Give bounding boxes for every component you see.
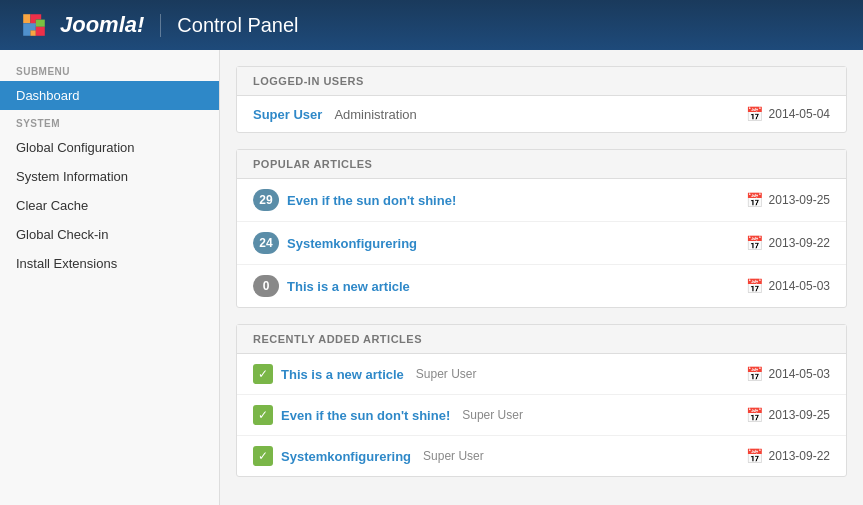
calendar-icon: 📅 <box>747 106 763 122</box>
calendar-icon: 📅 <box>747 448 763 464</box>
sidebar: SUBMENU Dashboard SYSTEM Global Configur… <box>0 50 220 505</box>
popular-articles-header: POPULAR ARTICLES <box>237 150 846 179</box>
logo-area: Joomla! <box>16 7 144 43</box>
table-row: 0 This is a new article 📅 2014-05-03 <box>237 265 846 307</box>
main-content: LOGGED-IN USERS Super User Administratio… <box>220 50 863 505</box>
article-date-value: 2013-09-25 <box>769 408 830 422</box>
article-link[interactable]: This is a new article <box>281 367 404 382</box>
article-author: Super User <box>423 449 484 463</box>
article-date-value: 2013-09-22 <box>769 236 830 250</box>
user-name[interactable]: Super User <box>253 107 322 122</box>
logged-in-users-header: LOGGED-IN USERS <box>237 67 846 96</box>
article-info: 29 Even if the sun don't shine! <box>253 189 456 211</box>
check-icon: ✓ <box>253 446 273 466</box>
user-info: Super User Administration <box>253 107 417 122</box>
article-date: 📅 2014-05-03 <box>747 278 830 294</box>
article-link[interactable]: Even if the sun don't shine! <box>281 408 450 423</box>
article-count-badge: 24 <box>253 232 279 254</box>
recently-added-header: RECENTLY ADDED ARTICLES <box>237 325 846 354</box>
system-label: SYSTEM <box>0 110 219 133</box>
article-count-badge: 29 <box>253 189 279 211</box>
sidebar-item-clear-cache[interactable]: Clear Cache <box>0 191 219 220</box>
article-info: ✓ Systemkonfigurering Super User <box>253 446 484 466</box>
popular-articles-panel: POPULAR ARTICLES 29 Even if the sun don'… <box>236 149 847 308</box>
article-info: ✓ Even if the sun don't shine! Super Use… <box>253 405 523 425</box>
calendar-icon: 📅 <box>747 366 763 382</box>
recently-added-panel: RECENTLY ADDED ARTICLES ✓ This is a new … <box>236 324 847 477</box>
article-info: 24 Systemkonfigurering <box>253 232 417 254</box>
sidebar-item-global-configuration[interactable]: Global Configuration <box>0 133 219 162</box>
table-row: 29 Even if the sun don't shine! 📅 2013-0… <box>237 179 846 222</box>
sidebar-item-system-information[interactable]: System Information <box>0 162 219 191</box>
calendar-icon: 📅 <box>747 407 763 423</box>
main-layout: SUBMENU Dashboard SYSTEM Global Configur… <box>0 50 863 505</box>
submenu-label: SUBMENU <box>0 58 219 81</box>
check-icon: ✓ <box>253 405 273 425</box>
header: Joomla! Control Panel <box>0 0 863 50</box>
calendar-icon: 📅 <box>747 192 763 208</box>
article-date-value: 2013-09-25 <box>769 193 830 207</box>
user-date: 📅 2014-05-04 <box>747 106 830 122</box>
logged-in-users-panel: LOGGED-IN USERS Super User Administratio… <box>236 66 847 133</box>
article-link[interactable]: This is a new article <box>287 279 410 294</box>
article-date: 📅 2013-09-25 <box>747 192 830 208</box>
user-date-value: 2014-05-04 <box>769 107 830 121</box>
table-row: 24 Systemkonfigurering 📅 2013-09-22 <box>237 222 846 265</box>
article-date-value: 2013-09-22 <box>769 449 830 463</box>
article-link[interactable]: Even if the sun don't shine! <box>287 193 456 208</box>
article-link[interactable]: Systemkonfigurering <box>281 449 411 464</box>
sidebar-item-dashboard[interactable]: Dashboard <box>0 81 219 110</box>
sidebar-item-global-check-in[interactable]: Global Check-in <box>0 220 219 249</box>
check-icon: ✓ <box>253 364 273 384</box>
sidebar-item-install-extensions[interactable]: Install Extensions <box>0 249 219 278</box>
table-row: ✓ Systemkonfigurering Super User 📅 2013-… <box>237 436 846 476</box>
article-info: ✓ This is a new article Super User <box>253 364 477 384</box>
article-date: 📅 2013-09-22 <box>747 235 830 251</box>
joomla-text: Joomla! <box>60 12 144 38</box>
article-author: Super User <box>462 408 523 422</box>
user-role: Administration <box>334 107 416 122</box>
table-row: ✓ This is a new article Super User 📅 201… <box>237 354 846 395</box>
table-row: Super User Administration 📅 2014-05-04 <box>237 96 846 132</box>
table-row: ✓ Even if the sun don't shine! Super Use… <box>237 395 846 436</box>
calendar-icon: 📅 <box>747 235 763 251</box>
article-date: 📅 2013-09-22 <box>747 448 830 464</box>
article-date-value: 2014-05-03 <box>769 279 830 293</box>
article-date: 📅 2014-05-03 <box>747 366 830 382</box>
joomla-logo-icon <box>16 7 52 43</box>
article-link[interactable]: Systemkonfigurering <box>287 236 417 251</box>
article-count-badge: 0 <box>253 275 279 297</box>
article-info: 0 This is a new article <box>253 275 410 297</box>
article-date-value: 2014-05-03 <box>769 367 830 381</box>
article-author: Super User <box>416 367 477 381</box>
page-title: Control Panel <box>160 14 298 37</box>
article-date: 📅 2013-09-25 <box>747 407 830 423</box>
calendar-icon: 📅 <box>747 278 763 294</box>
